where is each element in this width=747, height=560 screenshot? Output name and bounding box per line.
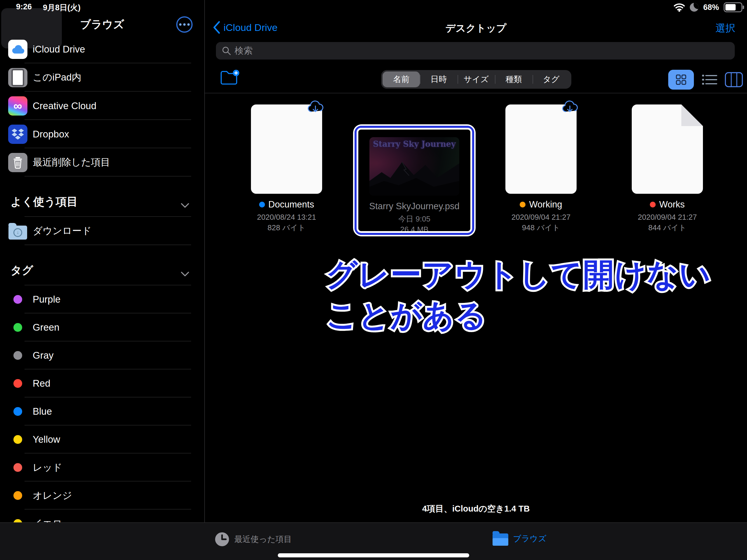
sidebar-tag-yellow[interactable]: Yellow bbox=[0, 426, 204, 454]
file-tile-documents[interactable]: Documents 2020/08/24 13:21 828 バイト bbox=[222, 104, 351, 233]
new-folder-icon bbox=[220, 70, 240, 86]
sidebar-item-label: Dropbox bbox=[33, 129, 69, 140]
sidebar-item-label: このiPad内 bbox=[33, 71, 81, 84]
file-tile-works[interactable]: Works 2020/09/04 21:27 844 バイト bbox=[603, 104, 731, 233]
grid-view-icon bbox=[675, 73, 688, 86]
files-app-screen: 9:26 9月8日(火) 68% ブラウズ bbox=[0, 0, 747, 560]
file-name: Works bbox=[659, 199, 685, 211]
sidebar-item-dropbox[interactable]: Dropbox bbox=[0, 120, 204, 148]
more-options-button[interactable] bbox=[176, 16, 192, 33]
search-icon bbox=[222, 46, 231, 55]
downloads-folder-icon: ↓ bbox=[8, 222, 27, 241]
annotation-line2: ことがある bbox=[326, 295, 735, 336]
file-date: 2020/08/24 13:21 bbox=[222, 212, 351, 222]
battery-percent: 68% bbox=[703, 3, 719, 12]
toolbar-divider bbox=[205, 93, 747, 93]
tag-label: Gray bbox=[33, 350, 54, 361]
tag-color-dot bbox=[14, 295, 22, 304]
clock-date: 9月8日(火) bbox=[43, 2, 80, 13]
tags-section-header[interactable]: タグ bbox=[0, 245, 204, 285]
tag-label: レッド bbox=[33, 461, 62, 474]
sidebar-divider bbox=[204, 0, 205, 523]
sidebar-item-downloads[interactable]: ↓ ダウンロード bbox=[0, 217, 204, 245]
select-button[interactable]: 選択 bbox=[716, 22, 735, 35]
view-switcher bbox=[668, 67, 743, 92]
tag-label: Purple bbox=[33, 294, 60, 305]
sidebar-item-label: 最近削除した項目 bbox=[33, 156, 110, 169]
clock-icon bbox=[214, 532, 230, 547]
tag-dot bbox=[520, 202, 525, 207]
favorites-section-header[interactable]: よく使う項目 bbox=[0, 177, 204, 217]
file-date: 今日 9:05 bbox=[358, 213, 470, 224]
tag-label: Blue bbox=[33, 406, 52, 417]
tag-label: Yellow bbox=[33, 434, 60, 445]
tag-color-dot bbox=[14, 351, 22, 360]
file-tile-working[interactable]: Working 2020/09/04 21:27 948 バイト bbox=[477, 104, 605, 233]
item-count-status: 4項目、iCloudの空き1.4 TB bbox=[205, 503, 747, 515]
sort-tab-date[interactable]: 日時 bbox=[420, 72, 457, 87]
tag-color-dot bbox=[14, 379, 22, 388]
document-icon bbox=[506, 104, 576, 194]
tab-bar: 最近使った項目 ブラウズ bbox=[0, 523, 747, 560]
tab-browse-label: ブラウズ bbox=[513, 533, 546, 544]
file-name: Starry SkyJourney.psd bbox=[369, 200, 460, 212]
search-placeholder: 検索 bbox=[235, 45, 253, 57]
clock-time: 9:26 bbox=[16, 2, 32, 13]
sidebar-tag-blue[interactable]: Blue bbox=[0, 398, 204, 426]
dnd-moon-icon bbox=[690, 3, 699, 12]
tag-label: イエロー bbox=[33, 517, 72, 523]
ipad-icon bbox=[8, 68, 27, 87]
tag-label: Red bbox=[33, 378, 50, 389]
file-tile-psd-selected[interactable]: Starry Sky Journey Starry SkyJourney.psd… bbox=[355, 126, 474, 235]
tab-recents[interactable]: 最近使った項目 bbox=[214, 532, 292, 547]
icloud-download-icon bbox=[306, 100, 325, 114]
sidebar-item-on-my-ipad[interactable]: このiPad内 bbox=[0, 63, 204, 92]
sidebar-item-label: iCloud Drive bbox=[33, 44, 85, 55]
search-input[interactable]: 検索 bbox=[216, 42, 735, 59]
icloud-download-icon bbox=[561, 100, 579, 114]
page-fold bbox=[681, 104, 703, 126]
sidebar-tag-iero[interactable]: イエロー bbox=[0, 510, 204, 523]
psd-thumbnail: Starry Sky Journey bbox=[369, 137, 459, 196]
sort-tab-tags[interactable]: タグ bbox=[533, 72, 570, 87]
sidebar-item-recently-deleted[interactable]: 最近削除した項目 bbox=[0, 148, 204, 177]
sidebar-tag-purple[interactable]: Purple bbox=[0, 285, 204, 313]
tag-color-dot bbox=[14, 491, 22, 500]
annotation-text: グレーアウトして開けない ことがある グレーアウトして開けない ことがある bbox=[326, 254, 735, 336]
creative-cloud-icon: ∞ bbox=[8, 96, 27, 116]
page-title: デスクトップ bbox=[205, 22, 747, 35]
sidebar-tag-orenji[interactable]: オレンジ bbox=[0, 482, 204, 510]
grid-view-button[interactable] bbox=[668, 70, 694, 90]
sidebar-item-creative-cloud[interactable]: ∞ Creative Cloud bbox=[0, 92, 204, 120]
tab-browse[interactable]: ブラウズ bbox=[493, 532, 546, 546]
sidebar-tag-reddo[interactable]: レッド bbox=[0, 454, 204, 482]
psd-thumbnail-title: Starry Sky Journey bbox=[369, 139, 459, 149]
sidebar-tag-gray[interactable]: Gray bbox=[0, 341, 204, 370]
new-folder-button[interactable] bbox=[220, 70, 240, 87]
chevron-down-icon bbox=[181, 272, 189, 277]
column-view-button column-view-icon[interactable] bbox=[725, 72, 743, 87]
favorites-header-label: よく使う項目 bbox=[10, 194, 78, 209]
wifi-icon bbox=[673, 3, 685, 12]
list-view-button list-view-icon[interactable] bbox=[701, 74, 717, 86]
mountain-graphic bbox=[369, 158, 459, 196]
home-indicator[interactable] bbox=[278, 553, 469, 557]
sidebar-title: ブラウズ bbox=[80, 17, 124, 32]
toolbar: 名前 日時 サイズ 種類 タグ bbox=[205, 67, 747, 92]
sort-tab-name[interactable]: 名前 bbox=[383, 72, 420, 87]
tag-dot bbox=[650, 202, 656, 207]
sidebar-item-icloud-drive[interactable]: iCloud Drive bbox=[0, 35, 204, 63]
file-size: 828 バイト bbox=[222, 222, 351, 233]
file-size: 844 バイト bbox=[603, 222, 731, 233]
file-name: Working bbox=[529, 199, 562, 211]
sort-tab-kind[interactable]: 種類 bbox=[495, 72, 532, 87]
sidebar-tag-red[interactable]: Red bbox=[0, 370, 204, 398]
sort-tab-size[interactable]: サイズ bbox=[458, 72, 495, 87]
tag-color-dot bbox=[14, 435, 22, 444]
sidebar-item-label: ダウンロード bbox=[33, 224, 92, 237]
tag-color-dot bbox=[14, 323, 22, 332]
file-date: 2020/09/04 21:27 bbox=[477, 212, 605, 222]
sidebar-tag-green[interactable]: Green bbox=[0, 313, 204, 341]
sidebar-item-label: Creative Cloud bbox=[33, 100, 96, 111]
file-date: 2020/09/04 21:27 bbox=[603, 212, 731, 222]
